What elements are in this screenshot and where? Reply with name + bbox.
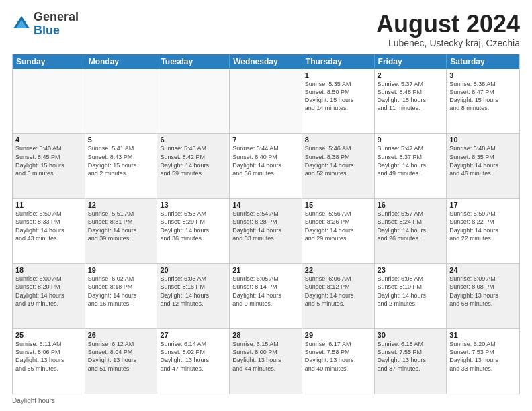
cell-info: Sunrise: 5:59 AM Sunset: 8:22 PM Dayligh… [449, 210, 517, 242]
day-number: 13 [160, 201, 226, 209]
cell-info: Sunrise: 6:11 AM Sunset: 8:06 PM Dayligh… [15, 340, 82, 373]
cell-info: Sunrise: 5:50 AM Sunset: 8:33 PM Dayligh… [15, 210, 82, 242]
day-number: 12 [88, 201, 154, 209]
calendar-cell [85, 69, 158, 134]
header: General Blue August 2024 Lubenec, Usteck… [12, 11, 520, 48]
day-number: 7 [232, 136, 299, 144]
calendar-cell: 14Sunrise: 5:54 AM Sunset: 8:28 PM Dayli… [230, 199, 302, 263]
day-number: 4 [15, 136, 82, 144]
calendar-cell: 25Sunrise: 6:11 AM Sunset: 8:06 PM Dayli… [13, 329, 85, 394]
day-number: 17 [449, 201, 517, 209]
logo-text: General Blue [34, 11, 79, 38]
calendar-cell: 3Sunrise: 5:38 AM Sunset: 8:47 PM Daylig… [447, 69, 519, 134]
cell-info: Sunrise: 6:12 AM Sunset: 8:04 PM Dayligh… [88, 340, 154, 373]
calendar-cell: 2Sunrise: 5:37 AM Sunset: 8:48 PM Daylig… [375, 69, 447, 134]
cell-info: Sunrise: 5:37 AM Sunset: 8:48 PM Dayligh… [378, 80, 444, 113]
cell-info: Sunrise: 5:40 AM Sunset: 8:45 PM Dayligh… [15, 144, 82, 177]
logo-blue: Blue [34, 24, 79, 38]
cell-info: Sunrise: 6:05 AM Sunset: 8:14 PM Dayligh… [232, 275, 299, 308]
day-number: 16 [378, 201, 444, 209]
calendar-cell [157, 69, 230, 134]
cell-info: Sunrise: 6:03 AM Sunset: 8:16 PM Dayligh… [160, 275, 226, 308]
cell-info: Sunrise: 5:35 AM Sunset: 8:50 PM Dayligh… [305, 80, 371, 113]
cell-info: Sunrise: 5:56 AM Sunset: 8:26 PM Dayligh… [305, 210, 371, 242]
calendar-cell: 10Sunrise: 5:48 AM Sunset: 8:35 PM Dayli… [447, 134, 519, 198]
calendar-cell: 30Sunrise: 6:18 AM Sunset: 7:55 PM Dayli… [375, 329, 447, 394]
calendar-header-cell: Monday [85, 54, 158, 69]
day-number: 22 [305, 266, 371, 274]
logo-general: General [34, 11, 79, 24]
page: General Blue August 2024 Lubenec, Usteck… [0, 0, 532, 411]
calendar-cell: 28Sunrise: 6:15 AM Sunset: 8:00 PM Dayli… [230, 329, 302, 394]
day-number: 29 [305, 331, 371, 339]
day-number: 14 [232, 201, 299, 209]
cell-info: Sunrise: 5:54 AM Sunset: 8:28 PM Dayligh… [232, 210, 299, 242]
calendar-cell: 6Sunrise: 5:43 AM Sunset: 8:42 PM Daylig… [157, 134, 230, 198]
calendar-row: 4Sunrise: 5:40 AM Sunset: 8:45 PM Daylig… [13, 133, 519, 198]
day-number: 28 [232, 331, 299, 339]
calendar-header: SundayMondayTuesdayWednesdayThursdayFrid… [13, 54, 519, 69]
cell-info: Sunrise: 5:47 AM Sunset: 8:37 PM Dayligh… [378, 144, 444, 177]
calendar-cell: 1Sunrise: 5:35 AM Sunset: 8:50 PM Daylig… [302, 69, 375, 134]
logo-icon [12, 15, 31, 34]
day-number: 21 [232, 266, 299, 274]
cell-info: Sunrise: 5:51 AM Sunset: 8:31 PM Dayligh… [88, 210, 154, 242]
calendar-cell: 23Sunrise: 6:08 AM Sunset: 8:10 PM Dayli… [375, 264, 447, 328]
day-number: 31 [449, 331, 517, 339]
calendar-cell: 13Sunrise: 5:53 AM Sunset: 8:29 PM Dayli… [157, 199, 230, 263]
calendar-cell: 9Sunrise: 5:47 AM Sunset: 8:37 PM Daylig… [375, 134, 447, 198]
calendar-row: 25Sunrise: 6:11 AM Sunset: 8:06 PM Dayli… [13, 328, 519, 394]
calendar-cell: 7Sunrise: 5:44 AM Sunset: 8:40 PM Daylig… [230, 134, 302, 198]
calendar-header-cell: Friday [375, 54, 447, 69]
calendar-cell: 24Sunrise: 6:09 AM Sunset: 8:08 PM Dayli… [447, 264, 519, 328]
day-number: 25 [15, 331, 82, 339]
day-number: 1 [305, 71, 371, 79]
day-number: 27 [160, 331, 226, 339]
subtitle: Lubenec, Ustecky kraj, Czechia [376, 38, 520, 48]
day-number: 10 [449, 136, 517, 144]
calendar-cell: 20Sunrise: 6:03 AM Sunset: 8:16 PM Dayli… [157, 264, 230, 328]
cell-info: Sunrise: 6:14 AM Sunset: 8:02 PM Dayligh… [160, 340, 226, 373]
calendar-header-cell: Tuesday [157, 54, 230, 69]
calendar-cell: 15Sunrise: 5:56 AM Sunset: 8:26 PM Dayli… [302, 199, 375, 263]
cell-info: Sunrise: 6:20 AM Sunset: 7:53 PM Dayligh… [449, 340, 517, 373]
title-section: August 2024 Lubenec, Ustecky kraj, Czech… [376, 11, 520, 48]
calendar-cell: 17Sunrise: 5:59 AM Sunset: 8:22 PM Dayli… [447, 199, 519, 263]
calendar-cell: 4Sunrise: 5:40 AM Sunset: 8:45 PM Daylig… [13, 134, 85, 198]
calendar-cell: 29Sunrise: 6:17 AM Sunset: 7:58 PM Dayli… [302, 329, 375, 394]
calendar-cell [13, 69, 85, 134]
cell-info: Sunrise: 5:44 AM Sunset: 8:40 PM Dayligh… [232, 144, 299, 177]
calendar-header-cell: Thursday [302, 54, 375, 69]
cell-info: Sunrise: 5:41 AM Sunset: 8:43 PM Dayligh… [88, 144, 154, 177]
calendar: SundayMondayTuesdayWednesdayThursdayFrid… [12, 54, 520, 394]
day-number: 3 [449, 71, 517, 79]
calendar-cell: 31Sunrise: 6:20 AM Sunset: 7:53 PM Dayli… [447, 329, 519, 394]
day-number: 26 [88, 331, 154, 339]
calendar-header-cell: Wednesday [230, 54, 302, 69]
cell-info: Sunrise: 6:15 AM Sunset: 8:00 PM Dayligh… [232, 340, 299, 373]
cell-info: Sunrise: 6:06 AM Sunset: 8:12 PM Dayligh… [305, 275, 371, 308]
calendar-cell: 12Sunrise: 5:51 AM Sunset: 8:31 PM Dayli… [85, 199, 158, 263]
calendar-row: 11Sunrise: 5:50 AM Sunset: 8:33 PM Dayli… [13, 198, 519, 263]
cell-info: Sunrise: 5:38 AM Sunset: 8:47 PM Dayligh… [449, 80, 517, 113]
calendar-cell: 11Sunrise: 5:50 AM Sunset: 8:33 PM Dayli… [13, 199, 85, 263]
calendar-cell: 5Sunrise: 5:41 AM Sunset: 8:43 PM Daylig… [85, 134, 158, 198]
day-number: 30 [378, 331, 444, 339]
calendar-cell: 8Sunrise: 5:46 AM Sunset: 8:38 PM Daylig… [302, 134, 375, 198]
cell-info: Sunrise: 5:48 AM Sunset: 8:35 PM Dayligh… [449, 144, 517, 177]
day-number: 20 [160, 266, 226, 274]
month-title: August 2024 [376, 11, 520, 38]
day-number: 2 [378, 71, 444, 79]
day-number: 18 [15, 266, 82, 274]
footer-note: Daylight hours [12, 397, 520, 404]
day-number: 24 [449, 266, 517, 274]
calendar-cell: 22Sunrise: 6:06 AM Sunset: 8:12 PM Dayli… [302, 264, 375, 328]
calendar-cell: 27Sunrise: 6:14 AM Sunset: 8:02 PM Dayli… [157, 329, 230, 394]
calendar-cell [230, 69, 302, 134]
calendar-cell: 21Sunrise: 6:05 AM Sunset: 8:14 PM Dayli… [230, 264, 302, 328]
cell-info: Sunrise: 5:46 AM Sunset: 8:38 PM Dayligh… [305, 144, 371, 177]
cell-info: Sunrise: 5:43 AM Sunset: 8:42 PM Dayligh… [160, 144, 226, 177]
day-number: 23 [378, 266, 444, 274]
cell-info: Sunrise: 6:02 AM Sunset: 8:18 PM Dayligh… [88, 275, 154, 308]
calendar-cell: 16Sunrise: 5:57 AM Sunset: 8:24 PM Dayli… [375, 199, 447, 263]
